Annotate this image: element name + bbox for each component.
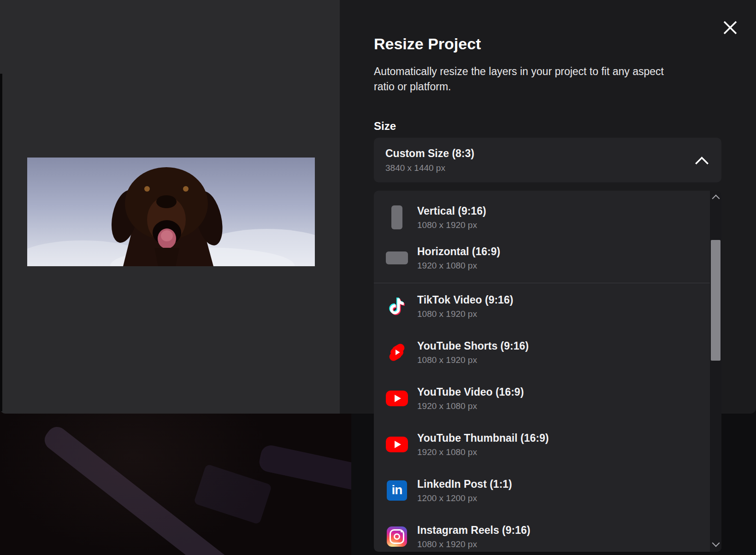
size-option-dimensions: 1920 x 1080 px xyxy=(417,447,549,457)
size-option-text: LinkedIn Post (1:1)1200 x 1200 px xyxy=(417,478,512,503)
linkedin-icon: in xyxy=(386,479,408,502)
size-option-dimensions: 1080 x 1920 px xyxy=(417,355,529,365)
page-edge-strip xyxy=(0,74,2,411)
size-option-label: YouTube Video (16:9) xyxy=(417,386,524,398)
close-button[interactable] xyxy=(721,18,739,37)
size-option-dimensions: 1200 x 1200 px xyxy=(417,493,512,503)
size-option[interactable]: TikTok Video (9:16)1080 x 1920 px xyxy=(374,283,710,329)
size-option-dimensions: 1080 x 1920 px xyxy=(417,539,530,549)
size-option-text: Instagram Reels (9:16)1080 x 1920 px xyxy=(417,524,530,549)
close-icon xyxy=(722,20,738,35)
scrollbar-track[interactable] xyxy=(710,191,721,552)
instagram-icon xyxy=(386,526,408,548)
size-option[interactable]: YouTube Video (16:9)1920 x 1080 px xyxy=(374,375,710,421)
size-option-dimensions: 1920 x 1080 px xyxy=(417,401,524,411)
size-option-dimensions: 1080 x 1920 px xyxy=(417,220,486,230)
size-option-text: YouTube Thumbnail (16:9)1920 x 1080 px xyxy=(417,432,549,457)
vertical-rect-icon xyxy=(386,206,408,228)
dog-photo xyxy=(27,158,315,266)
size-option[interactable]: Vertical (9:16)1080 x 1920 px xyxy=(374,197,710,238)
selected-size-dimensions: 3840 x 1440 px xyxy=(385,163,721,173)
size-option-text: Vertical (9:16)1080 x 1920 px xyxy=(417,205,486,230)
size-option[interactable]: Horizontal (16:9)1920 x 1080 px xyxy=(374,238,710,278)
size-option-dimensions: 1920 x 1080 px xyxy=(417,261,500,271)
project-preview-image xyxy=(27,158,315,266)
size-option-label: Horizontal (16:9) xyxy=(417,245,500,258)
resize-project-screen: { "modal": { "title": "Resize Project", … xyxy=(0,0,756,555)
scrollbar-thumb[interactable] xyxy=(711,240,721,361)
tiktok-icon xyxy=(386,295,408,317)
size-options-list: Vertical (9:16)1080 x 1920 pxHorizontal … xyxy=(374,191,721,552)
size-option-label: TikTok Video (9:16) xyxy=(417,294,513,306)
size-option-label: YouTube Thumbnail (16:9) xyxy=(417,432,549,444)
size-option[interactable]: inLinkedIn Post (1:1)1200 x 1200 px xyxy=(374,467,710,514)
size-option-text: TikTok Video (9:16)1080 x 1920 px xyxy=(417,294,513,319)
size-option-label: YouTube Shorts (9:16) xyxy=(417,340,529,352)
size-option[interactable]: YouTube Thumbnail (16:9)1920 x 1080 px xyxy=(374,421,710,467)
size-dropdown[interactable]: Custom Size (8:3) 3840 x 1440 px xyxy=(374,138,721,182)
size-option-label: Vertical (9:16) xyxy=(417,205,486,217)
size-option-text: YouTube Shorts (9:16)1080 x 1920 px xyxy=(417,340,529,365)
youtube-icon xyxy=(386,387,408,409)
youtube-shorts-icon xyxy=(386,341,408,363)
background-canvas-photo xyxy=(0,404,351,555)
size-option-text: Horizontal (16:9)1920 x 1080 px xyxy=(417,245,500,271)
scrollbar-up-icon[interactable] xyxy=(712,195,720,203)
size-option[interactable]: Instagram Reels (9:16)1080 x 1920 px xyxy=(374,514,710,552)
horizontal-rect-icon xyxy=(386,247,408,269)
size-section-label: Size xyxy=(374,120,396,133)
dog-collar-shape xyxy=(258,444,351,510)
size-option[interactable]: YouTube Shorts (9:16)1080 x 1920 px xyxy=(374,329,710,375)
size-option-label: LinkedIn Post (1:1) xyxy=(417,478,512,491)
youtube-icon xyxy=(386,433,408,456)
dialog-description: Automatically resize the layers in your … xyxy=(374,64,664,94)
size-option-text: YouTube Video (16:9)1920 x 1080 px xyxy=(417,386,524,411)
scrollbar-down-icon[interactable] xyxy=(712,539,720,547)
size-option-group: TikTok Video (9:16)1080 x 1920 pxYouTube… xyxy=(374,283,710,552)
dog-collar-buckle-shape xyxy=(194,464,272,525)
size-option-dimensions: 1080 x 1920 px xyxy=(417,309,513,319)
size-option-label: Instagram Reels (9:16) xyxy=(417,524,530,537)
size-option-group: Vertical (9:16)1080 x 1920 pxHorizontal … xyxy=(374,191,710,278)
selected-size-label: Custom Size (8:3) xyxy=(385,147,721,160)
dialog-title: Resize Project xyxy=(374,35,481,53)
